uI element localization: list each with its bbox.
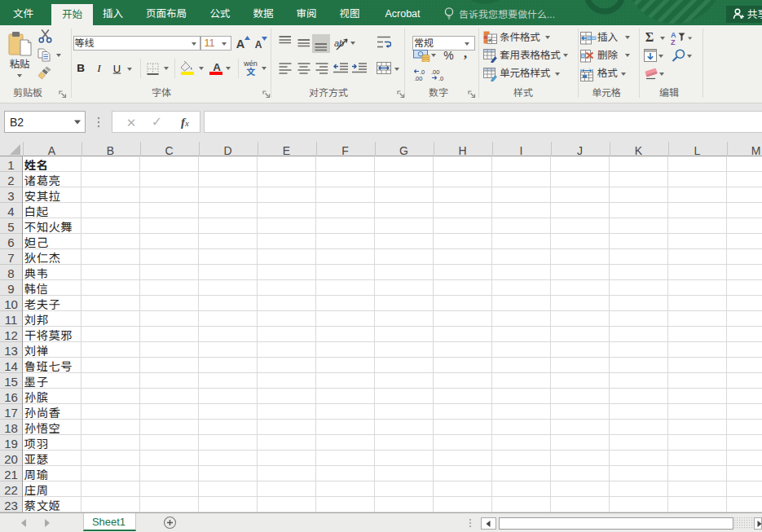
svg-text:Z: Z (671, 38, 676, 46)
svg-text:.00: .00 (414, 75, 422, 81)
svg-text:≠: ≠ (489, 37, 492, 43)
svg-text:.0: .0 (438, 75, 443, 81)
